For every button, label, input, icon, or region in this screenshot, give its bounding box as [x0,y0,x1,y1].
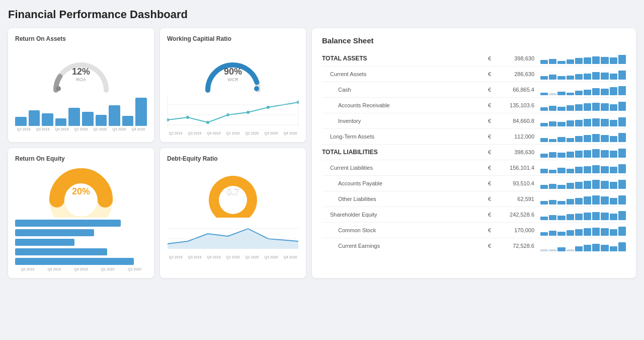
mini-bar [575,74,583,80]
bs-currency: € [485,149,494,155]
chart-label: Q3 2019 [42,267,66,271]
roa-bar-chart [15,96,147,126]
mini-bar [610,214,617,221]
bs-mini-bars [540,131,626,142]
mini-bar [540,249,548,251]
roa-card: Return On Assets 12% ROA Q2 2019Q3 2019Q… [8,28,154,142]
mini-bar [584,166,591,173]
mini-bar [549,184,556,189]
mini-bar [584,196,591,205]
wcr-line-svg [167,95,299,130]
mini-bar [540,232,548,236]
mini-bar [618,227,626,236]
bs-mini-bars [540,84,626,95]
roa-bar [15,117,27,126]
mini-bar [567,76,574,80]
bs-currency: € [485,165,494,171]
svg-point-3 [186,116,189,119]
bs-currency: € [485,227,494,233]
roa-title: Return On Assets [15,35,147,42]
mini-bar [557,137,565,142]
roe-hbar-row [15,248,147,255]
wcr-gauge: 90% WCR [167,47,299,92]
chart-label: Q2 2020 [244,131,261,135]
mini-bar [540,169,548,173]
mini-bar [567,59,574,64]
chart-label: Q1 2020 [224,131,242,135]
bs-row: Other Liabilities€62,591 [322,191,626,207]
mini-bar [618,71,626,80]
mini-bar [567,230,574,236]
mini-bar [592,180,600,189]
bs-row: Shareholder Equity€242,528.6 [322,207,626,223]
mini-bar [601,228,608,236]
roe-pct: 20% [72,186,90,196]
mini-bar [610,167,617,173]
mini-bar [540,185,548,189]
mini-bar [601,166,608,173]
bs-mini-bars [540,178,626,189]
mini-bar [567,249,574,251]
roa-bar [55,118,67,126]
mini-bar [610,182,617,189]
mini-bar [567,169,574,173]
bs-value: 84,660.8 [494,118,534,124]
mini-bar [584,228,591,236]
mini-bar [575,104,583,111]
bs-value: 62,591 [494,196,534,202]
bs-value: 112,000 [494,133,534,140]
bs-value: 286,630 [494,71,534,77]
roe-card: Return On Equity 20% Q2 2019Q3 2019Q4 20… [8,148,154,278]
bs-label: Shareholder Equity [322,212,485,218]
bs-currency: € [485,243,494,249]
mini-bar [592,228,600,236]
chart-label: Q4 2020 [282,131,299,135]
wcr-gauge-label: 90% WCR [224,66,242,82]
der-label: 0.7 [226,186,239,197]
mini-bar [592,56,600,64]
mini-bar [592,134,600,142]
bs-mini-bars [540,193,626,205]
wcr-chart-labels: Q2 2019Q3 2019Q4 2019Q1 2020Q2 2020Q3 20… [167,131,299,135]
mini-bar [540,107,548,111]
der-card: Debt-Equity Ratio 0.7 Q2 2019Q3 2019Q4 2… [160,148,306,278]
bs-mini-bars [540,69,626,80]
mini-bar [592,72,600,80]
mini-bar [610,198,617,205]
chart-label: Q2 2020 [92,127,109,131]
mini-bar [575,91,583,95]
chart-label: Q2 2019 [15,127,32,131]
bs-mini-bars [540,100,626,111]
roe-hbar-fill [15,220,121,227]
mini-bar [601,103,608,111]
bs-label: Accounts Receivable [322,102,485,108]
roe-hbar-chart [15,220,147,265]
mini-bar [557,122,565,126]
mini-bar [584,181,591,189]
svg-point-7 [267,106,270,109]
mini-bar [618,180,626,189]
bs-currency: € [485,87,494,93]
mini-bar [584,103,591,111]
svg-point-8 [297,101,299,104]
chart-label: Q4 2019 [53,127,70,131]
chart-label: Q3 2019 [34,127,51,131]
mini-bar [575,182,583,189]
bs-row: Cash€66,865.4 [322,82,626,98]
der-line-svg [167,219,299,249]
bs-row: TOTAL ASSETS€398,630 [322,51,626,66]
mini-bar [584,57,591,64]
mini-bar [567,105,574,111]
mini-bar [549,231,556,236]
mini-bar [601,245,608,251]
mini-bar [557,185,565,189]
mini-bar [610,136,617,142]
mini-bar [592,212,600,221]
roa-bar [122,116,134,126]
mini-bar [540,76,548,80]
svg-point-6 [247,111,250,114]
chart-label: Q3 2020 [263,131,280,135]
mini-bar [592,88,600,95]
mini-bar [618,102,626,111]
roa-bar [82,112,94,126]
